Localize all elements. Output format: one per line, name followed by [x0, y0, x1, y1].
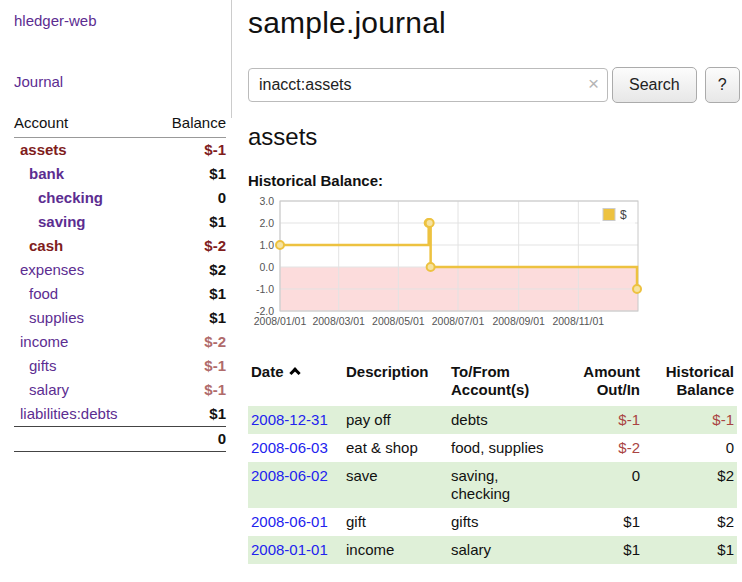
account-link-checking[interactable]: checking	[14, 190, 103, 206]
account-link-saving[interactable]: saving	[14, 214, 86, 230]
accounts-table: Account Balance assets$-1bank$1checking0…	[14, 114, 226, 452]
account-link-gifts[interactable]: gifts	[14, 358, 57, 374]
transaction-description: pay off	[343, 406, 448, 434]
transaction-amount: 0	[573, 462, 643, 508]
sidebar-divider	[231, 0, 232, 118]
transaction-date-link[interactable]: 2008-06-03	[251, 439, 328, 456]
account-balance: $1	[153, 306, 226, 330]
account-row: gifts$-1	[14, 354, 226, 378]
accounts-header-account: Account	[14, 114, 153, 138]
sidebar: hledger-web Journal Account Balance asse…	[0, 0, 232, 452]
transaction-description: save	[343, 462, 448, 508]
search-box: ×	[248, 68, 608, 102]
register-header-accounts: To/From Account(s)	[448, 362, 573, 406]
accounts-header-balance: Balance	[153, 114, 226, 138]
app-title-link[interactable]: hledger-web	[14, 12, 226, 29]
transaction-date-link[interactable]: 2008-01-01	[251, 541, 328, 558]
search-button[interactable]: Search	[612, 67, 697, 103]
register-header-date[interactable]: Date	[248, 362, 343, 406]
account-balance: $-2	[153, 330, 226, 354]
account-balance: $-1	[153, 354, 226, 378]
account-row: income$-2	[14, 330, 226, 354]
transaction-row[interactable]: 2008-01-01incomesalary$1$1	[248, 536, 737, 564]
account-balance: $-2	[153, 234, 226, 258]
historical-balance-chart: 3.02.01.00.0-1.0-2.02008/01/012008/03/01…	[248, 196, 737, 336]
svg-text:2008/07/01: 2008/07/01	[432, 315, 485, 327]
account-balance: $1	[153, 162, 226, 186]
account-link-assets[interactable]: assets	[14, 142, 67, 158]
transaction-balance: $-1	[643, 406, 737, 434]
transaction-balance: $2	[643, 508, 737, 536]
account-balance: $-1	[153, 138, 226, 163]
account-row: liabilities:debts$1	[14, 402, 226, 427]
page-title: sample.journal	[248, 6, 737, 40]
sidebar-item-journal[interactable]: Journal	[14, 73, 226, 90]
balance-chart-svg: 3.02.01.00.0-1.0-2.02008/01/012008/03/01…	[248, 196, 644, 332]
svg-text:2008/05/01: 2008/05/01	[372, 315, 425, 327]
transaction-row[interactable]: 2008-06-02savesaving,checking0$2	[248, 462, 737, 508]
transaction-row[interactable]: 2008-06-03eat & shopfood, supplies$-20	[248, 434, 737, 462]
transaction-accounts: debts	[448, 406, 573, 434]
transaction-accounts: food, supplies	[448, 434, 573, 462]
transaction-balance: 0	[643, 434, 737, 462]
transaction-balance: $2	[643, 462, 737, 508]
help-button[interactable]: ?	[705, 67, 740, 103]
register-header-row: Date Description To/From Account(s) Amou…	[248, 362, 737, 406]
transaction-amount: $1	[573, 536, 643, 564]
main-content: sample.journal × Search ? assets Histori…	[248, 0, 737, 564]
account-row: supplies$1	[14, 306, 226, 330]
transaction-row[interactable]: 2008-06-01giftgifts$1$2	[248, 508, 737, 536]
account-balance: $2	[153, 258, 226, 282]
account-row: saving$1	[14, 210, 226, 234]
svg-text:-1.0: -1.0	[256, 283, 274, 295]
register-table: Date Description To/From Account(s) Amou…	[248, 362, 737, 564]
account-balance: $-1	[153, 378, 226, 402]
account-link-income[interactable]: income	[14, 334, 68, 350]
svg-text:$: $	[620, 208, 627, 222]
svg-text:1.0: 1.0	[259, 239, 274, 251]
search-form: × Search ?	[248, 67, 737, 103]
accounts-header-row: Account Balance	[14, 114, 226, 138]
transaction-row[interactable]: 2008-12-31pay offdebts$-1$-1	[248, 406, 737, 434]
register-header-amount: Amount Out/In	[573, 362, 643, 406]
svg-text:0.0: 0.0	[259, 261, 274, 273]
account-heading: assets	[248, 123, 737, 151]
account-balance: $1	[153, 282, 226, 306]
register-header-balance: Historical Balance	[643, 362, 737, 406]
search-input[interactable]	[248, 68, 608, 102]
account-link-food[interactable]: food	[14, 286, 58, 302]
transaction-description: income	[343, 536, 448, 564]
account-link-supplies[interactable]: supplies	[14, 310, 84, 326]
account-balance: $1	[153, 210, 226, 234]
transaction-accounts: saving,checking	[448, 462, 573, 508]
account-link-salary[interactable]: salary	[14, 382, 69, 398]
transaction-accounts: salary	[448, 536, 573, 564]
account-row: cash$-2	[14, 234, 226, 258]
clear-search-icon[interactable]: ×	[588, 74, 599, 94]
account-balance: 0	[153, 186, 226, 210]
account-row: bank$1	[14, 162, 226, 186]
sort-ascending-icon	[289, 367, 300, 378]
accounts-total-balance: 0	[153, 427, 226, 452]
account-row: expenses$2	[14, 258, 226, 282]
svg-text:2.0: 2.0	[259, 217, 274, 229]
account-link-bank[interactable]: bank	[14, 166, 64, 182]
svg-text:2008/09/01: 2008/09/01	[492, 315, 545, 327]
account-balance: $1	[153, 402, 226, 427]
register-header-description: Description	[343, 362, 448, 406]
account-row: assets$-1	[14, 138, 226, 163]
transaction-date-link[interactable]: 2008-12-31	[251, 411, 328, 428]
transaction-description: gift	[343, 508, 448, 536]
account-link-expenses[interactable]: expenses	[14, 262, 84, 278]
chart-title: Historical Balance:	[248, 172, 737, 189]
account-row: checking0	[14, 186, 226, 210]
accounts-total-row: 0	[14, 427, 226, 452]
transaction-accounts: gifts	[448, 508, 573, 536]
account-row: food$1	[14, 282, 226, 306]
account-link-liabilities-debts[interactable]: liabilities:debts	[14, 406, 118, 422]
svg-text:3.0: 3.0	[259, 196, 274, 207]
transaction-date-link[interactable]: 2008-06-02	[251, 467, 328, 484]
account-link-cash[interactable]: cash	[14, 238, 63, 254]
transaction-date-link[interactable]: 2008-06-01	[251, 513, 328, 530]
account-row: salary$-1	[14, 378, 226, 402]
